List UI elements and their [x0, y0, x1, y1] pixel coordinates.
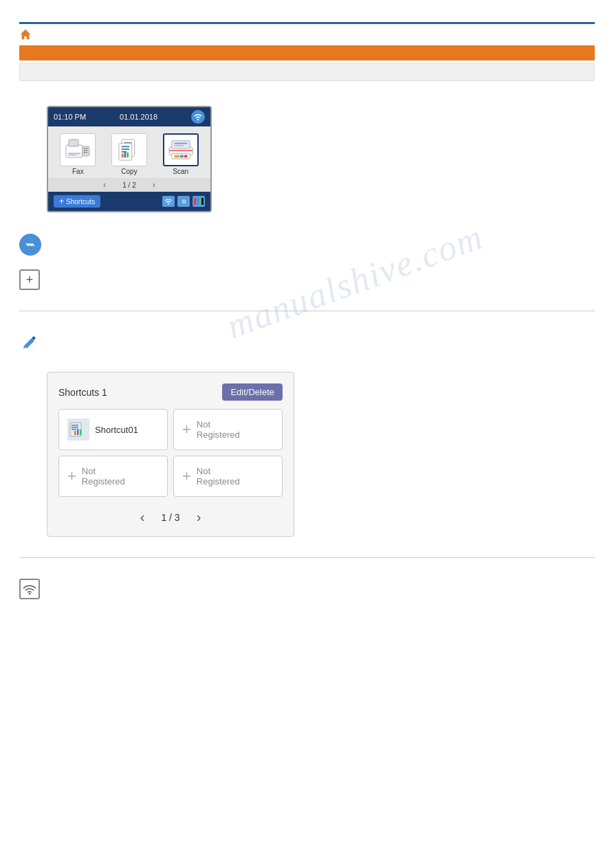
- shortcuts-next[interactable]: ›: [197, 509, 201, 525]
- svg-rect-37: [72, 429, 76, 430]
- shortcut01-icon: [67, 419, 89, 441]
- svg-rect-26: [174, 143, 187, 144]
- shortcuts-page: 1 / 3: [161, 512, 179, 523]
- svg-rect-6: [69, 155, 76, 155]
- screen-nav-page: 1 / 2: [122, 181, 135, 189]
- shortcuts-label: Shortcuts: [66, 198, 95, 205]
- screen-header: 01:10 PM 01.01.2018: [48, 107, 210, 126]
- shortcut01-label: Shortcut01: [95, 425, 138, 435]
- wifi-square-icon: [19, 579, 40, 599]
- section-bar: [19, 45, 595, 60]
- divider-2: [19, 557, 595, 558]
- svg-point-41: [29, 593, 31, 595]
- screen-shortcut-icons: ⚙: [162, 196, 205, 207]
- screen-wifi-icon: [191, 110, 205, 124]
- scan-label: Scan: [173, 168, 188, 175]
- shortcuts-title: Shortcuts 1: [58, 387, 107, 398]
- fax-app[interactable]: Fax: [57, 133, 98, 175]
- svg-rect-10: [86, 150, 87, 151]
- screen-shortcuts-bar: + Shortcuts ⚙: [48, 192, 210, 211]
- svg-rect-5: [69, 153, 80, 154]
- svg-rect-18: [122, 146, 129, 147]
- sub-bar: [19, 63, 595, 81]
- shortcuts-pagination: ‹ 1 / 3 ›: [58, 505, 283, 525]
- svg-rect-39: [77, 429, 79, 435]
- svg-rect-3: [69, 140, 78, 146]
- shortcut-cell-2[interactable]: + NotRegistered: [173, 409, 283, 450]
- shortcut-cell-3[interactable]: + NotRegistered: [58, 456, 168, 497]
- color-icon: [193, 196, 205, 207]
- svg-rect-11: [84, 152, 85, 153]
- svg-marker-0: [21, 30, 30, 39]
- svg-point-1: [197, 119, 199, 120]
- voice-icon-row: [19, 234, 595, 256]
- icon-descriptions: + Shortcuts 1 Edit/Delete: [19, 234, 595, 599]
- wifi-icon-row: [19, 579, 595, 599]
- screen-nav: ‹ 1 / 2 ›: [48, 178, 210, 192]
- svg-rect-9: [84, 150, 85, 151]
- shortcuts-prev[interactable]: ‹: [140, 509, 145, 525]
- edit-icon-row: [19, 332, 595, 353]
- not-registered-label-3: NotRegistered: [82, 466, 125, 487]
- shortcuts-header: Shortcuts 1 Edit/Delete: [58, 383, 283, 401]
- not-registered-plus-icon-3: +: [67, 467, 76, 485]
- svg-rect-19: [122, 148, 129, 150]
- shortcuts-grid: Shortcut01 + NotRegistered + NotRegister…: [58, 409, 283, 497]
- wifi-status-icon: [162, 196, 175, 207]
- home-icon[interactable]: [19, 28, 595, 43]
- scan-icon-box: [163, 133, 199, 166]
- shortcut-cell-4[interactable]: + NotRegistered: [173, 456, 283, 497]
- svg-rect-35: [72, 425, 78, 426]
- settings-icon: ⚙: [177, 196, 190, 207]
- svg-rect-22: [124, 151, 126, 157]
- copy-icon-box: [111, 133, 147, 166]
- not-registered-plus-icon-4: +: [182, 467, 191, 485]
- shortcuts-panel: Shortcuts 1 Edit/Delete: [47, 372, 294, 537]
- svg-rect-36: [72, 427, 78, 428]
- add-square-icon: +: [19, 269, 40, 290]
- screen-nav-next[interactable]: ›: [153, 180, 155, 190]
- screen-apps-row: Fax: [48, 126, 210, 178]
- device-screen-container: 01:10 PM 01.01.2018: [47, 106, 212, 212]
- svg-rect-12: [86, 152, 87, 153]
- shortcuts-button[interactable]: + Shortcuts: [54, 195, 100, 208]
- copy-app[interactable]: Copy: [109, 133, 150, 175]
- not-registered-label-4: NotRegistered: [197, 466, 240, 487]
- fax-label: Fax: [72, 168, 84, 175]
- screen-time: 01:10 PM: [54, 113, 86, 121]
- svg-rect-30: [174, 155, 179, 158]
- add-icon-row: +: [19, 269, 595, 290]
- edit-delete-button[interactable]: Edit/Delete: [222, 383, 283, 401]
- divider-1: [19, 311, 595, 311]
- svg-rect-8: [84, 148, 88, 149]
- svg-rect-28: [169, 150, 193, 151]
- screen-date: 01.01.2018: [120, 113, 157, 121]
- top-divider-line: [19, 22, 595, 24]
- svg-rect-23: [127, 153, 129, 158]
- shortcut-cell-1[interactable]: Shortcut01: [58, 409, 168, 450]
- svg-rect-21: [122, 154, 124, 158]
- pencil-icon: [19, 332, 40, 353]
- svg-point-33: [168, 203, 169, 205]
- svg-rect-27: [174, 145, 183, 146]
- svg-rect-25: [171, 141, 189, 148]
- screen-nav-prev[interactable]: ‹: [103, 180, 106, 190]
- scan-app[interactable]: Scan: [160, 133, 201, 175]
- fax-icon-box: [60, 133, 96, 166]
- device-screen: 01:10 PM 01.01.2018: [47, 106, 212, 212]
- voice-circle-icon: [19, 234, 41, 256]
- copy-label: Copy: [121, 168, 137, 175]
- svg-rect-38: [74, 431, 76, 435]
- not-registered-plus-icon-2: +: [182, 421, 191, 438]
- not-registered-label-2: NotRegistered: [197, 419, 240, 440]
- svg-rect-40: [80, 430, 82, 435]
- svg-rect-31: [180, 155, 184, 158]
- svg-rect-32: [184, 155, 187, 158]
